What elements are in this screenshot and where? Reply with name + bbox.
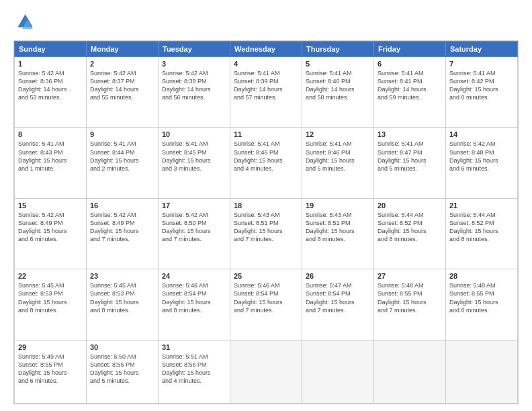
day-info: Sunrise: 5:46 AM Sunset: 8:54 PM Dayligh… <box>234 281 298 314</box>
day-info: Sunrise: 5:49 AM Sunset: 8:55 PM Dayligh… <box>18 353 83 385</box>
calendar-header: SundayMondayTuesdayWednesdayThursdayFrid… <box>15 42 518 57</box>
day-info: Sunrise: 5:43 AM Sunset: 8:51 PM Dayligh… <box>306 211 370 244</box>
day-cell: 6Sunrise: 5:41 AM Sunset: 8:41 PM Daylig… <box>374 57 446 128</box>
day-cell: 18Sunrise: 5:43 AM Sunset: 8:51 PM Dayli… <box>230 198 302 269</box>
day-cell: 23Sunrise: 5:45 AM Sunset: 8:53 PM Dayli… <box>87 269 159 340</box>
header-cell-friday: Friday <box>374 42 446 57</box>
day-number: 13 <box>378 130 442 138</box>
day-number: 24 <box>162 272 226 280</box>
header-cell-thursday: Thursday <box>302 42 374 57</box>
day-cell: 30Sunrise: 5:50 AM Sunset: 8:55 PM Dayli… <box>87 340 159 403</box>
day-cell: 26Sunrise: 5:47 AM Sunset: 8:54 PM Dayli… <box>302 269 374 340</box>
day-number: 14 <box>449 130 514 138</box>
logo <box>13 12 38 34</box>
day-info: Sunrise: 5:46 AM Sunset: 8:54 PM Dayligh… <box>162 281 226 314</box>
day-cell: 15Sunrise: 5:42 AM Sunset: 8:49 PM Dayli… <box>15 198 87 269</box>
week-row-5: 29Sunrise: 5:49 AM Sunset: 8:55 PM Dayli… <box>15 340 518 403</box>
day-cell: 25Sunrise: 5:46 AM Sunset: 8:54 PM Dayli… <box>230 269 302 340</box>
day-number: 20 <box>378 201 442 210</box>
day-cell: 20Sunrise: 5:44 AM Sunset: 8:52 PM Dayli… <box>374 198 446 269</box>
day-number: 12 <box>306 130 370 138</box>
day-info: Sunrise: 5:41 AM Sunset: 8:46 PM Dayligh… <box>234 140 298 173</box>
logo-icon <box>13 12 35 34</box>
day-number: 4 <box>234 60 298 68</box>
day-cell: 3Sunrise: 5:42 AM Sunset: 8:38 PM Daylig… <box>159 57 230 128</box>
calendar: SundayMondayTuesdayWednesdayThursdayFrid… <box>13 40 519 404</box>
day-number: 8 <box>18 130 83 138</box>
day-info: Sunrise: 5:42 AM Sunset: 8:36 PM Dayligh… <box>18 69 83 102</box>
day-cell <box>374 340 446 403</box>
week-row-3: 15Sunrise: 5:42 AM Sunset: 8:49 PM Dayli… <box>15 198 518 269</box>
day-info: Sunrise: 5:47 AM Sunset: 8:54 PM Dayligh… <box>306 281 370 314</box>
day-number: 10 <box>162 130 226 138</box>
day-cell <box>446 340 518 403</box>
day-info: Sunrise: 5:41 AM Sunset: 8:45 PM Dayligh… <box>162 140 226 173</box>
day-cell: 13Sunrise: 5:41 AM Sunset: 8:47 PM Dayli… <box>374 128 446 198</box>
day-cell: 5Sunrise: 5:41 AM Sunset: 8:40 PM Daylig… <box>302 57 374 128</box>
day-number: 29 <box>18 343 83 351</box>
header-cell-tuesday: Tuesday <box>159 42 230 57</box>
day-cell: 29Sunrise: 5:49 AM Sunset: 8:55 PM Dayli… <box>15 340 87 403</box>
day-cell: 24Sunrise: 5:46 AM Sunset: 8:54 PM Dayli… <box>159 269 230 340</box>
day-info: Sunrise: 5:41 AM Sunset: 8:44 PM Dayligh… <box>90 140 154 173</box>
header-row: SundayMondayTuesdayWednesdayThursdayFrid… <box>15 42 518 57</box>
day-number: 21 <box>449 201 514 210</box>
day-number: 16 <box>90 201 154 210</box>
day-number: 28 <box>449 272 514 280</box>
day-number: 5 <box>306 60 370 68</box>
day-info: Sunrise: 5:41 AM Sunset: 8:46 PM Dayligh… <box>306 140 370 173</box>
day-cell: 21Sunrise: 5:44 AM Sunset: 8:52 PM Dayli… <box>446 198 518 269</box>
day-info: Sunrise: 5:41 AM Sunset: 8:42 PM Dayligh… <box>449 69 514 102</box>
day-info: Sunrise: 5:41 AM Sunset: 8:40 PM Dayligh… <box>306 69 370 102</box>
calendar-body: 1Sunrise: 5:42 AM Sunset: 8:36 PM Daylig… <box>15 57 518 404</box>
day-number: 31 <box>162 343 226 351</box>
day-info: Sunrise: 5:44 AM Sunset: 8:52 PM Dayligh… <box>449 211 514 244</box>
day-info: Sunrise: 5:42 AM Sunset: 8:49 PM Dayligh… <box>90 211 154 244</box>
day-info: Sunrise: 5:41 AM Sunset: 8:41 PM Dayligh… <box>378 69 442 102</box>
day-number: 3 <box>162 60 226 68</box>
header-cell-monday: Monday <box>87 42 159 57</box>
day-cell: 1Sunrise: 5:42 AM Sunset: 8:36 PM Daylig… <box>15 57 87 128</box>
day-number: 9 <box>90 130 154 138</box>
day-cell: 12Sunrise: 5:41 AM Sunset: 8:46 PM Dayli… <box>302 128 374 198</box>
day-number: 22 <box>18 272 83 280</box>
day-cell: 9Sunrise: 5:41 AM Sunset: 8:44 PM Daylig… <box>87 128 159 198</box>
page: SundayMondayTuesdayWednesdayThursdayFrid… <box>0 0 532 411</box>
day-cell: 28Sunrise: 5:48 AM Sunset: 8:55 PM Dayli… <box>446 269 518 340</box>
header-cell-sunday: Sunday <box>15 42 87 57</box>
day-number: 23 <box>90 272 154 280</box>
day-info: Sunrise: 5:41 AM Sunset: 8:43 PM Dayligh… <box>18 140 83 173</box>
day-info: Sunrise: 5:41 AM Sunset: 8:47 PM Dayligh… <box>378 140 442 173</box>
day-cell: 17Sunrise: 5:42 AM Sunset: 8:50 PM Dayli… <box>159 198 230 269</box>
day-cell: 7Sunrise: 5:41 AM Sunset: 8:42 PM Daylig… <box>446 57 518 128</box>
day-cell: 4Sunrise: 5:41 AM Sunset: 8:39 PM Daylig… <box>230 57 302 128</box>
day-cell <box>302 340 374 403</box>
day-info: Sunrise: 5:48 AM Sunset: 8:55 PM Dayligh… <box>378 281 442 314</box>
day-info: Sunrise: 5:42 AM Sunset: 8:48 PM Dayligh… <box>449 140 514 173</box>
day-info: Sunrise: 5:42 AM Sunset: 8:37 PM Dayligh… <box>90 69 154 102</box>
day-number: 27 <box>378 272 442 280</box>
day-number: 26 <box>306 272 370 280</box>
day-info: Sunrise: 5:43 AM Sunset: 8:51 PM Dayligh… <box>234 211 298 244</box>
day-number: 18 <box>234 201 298 210</box>
week-row-2: 8Sunrise: 5:41 AM Sunset: 8:43 PM Daylig… <box>15 128 518 198</box>
day-info: Sunrise: 5:45 AM Sunset: 8:53 PM Dayligh… <box>90 281 154 314</box>
header <box>13 12 519 34</box>
header-cell-saturday: Saturday <box>446 42 518 57</box>
day-number: 15 <box>18 201 83 210</box>
day-info: Sunrise: 5:44 AM Sunset: 8:52 PM Dayligh… <box>378 211 442 244</box>
day-info: Sunrise: 5:50 AM Sunset: 8:55 PM Dayligh… <box>90 353 154 385</box>
day-cell: 16Sunrise: 5:42 AM Sunset: 8:49 PM Dayli… <box>87 198 159 269</box>
day-cell: 31Sunrise: 5:51 AM Sunset: 8:56 PM Dayli… <box>159 340 230 403</box>
day-number: 2 <box>90 60 154 68</box>
day-cell <box>230 340 302 403</box>
day-cell: 19Sunrise: 5:43 AM Sunset: 8:51 PM Dayli… <box>302 198 374 269</box>
week-row-4: 22Sunrise: 5:45 AM Sunset: 8:53 PM Dayli… <box>15 269 518 340</box>
day-number: 1 <box>18 60 83 68</box>
day-number: 30 <box>90 343 154 351</box>
day-info: Sunrise: 5:51 AM Sunset: 8:56 PM Dayligh… <box>162 353 226 385</box>
calendar-table: SundayMondayTuesdayWednesdayThursdayFrid… <box>14 41 518 404</box>
day-number: 7 <box>449 60 514 68</box>
day-number: 6 <box>378 60 442 68</box>
day-info: Sunrise: 5:42 AM Sunset: 8:50 PM Dayligh… <box>162 211 226 244</box>
